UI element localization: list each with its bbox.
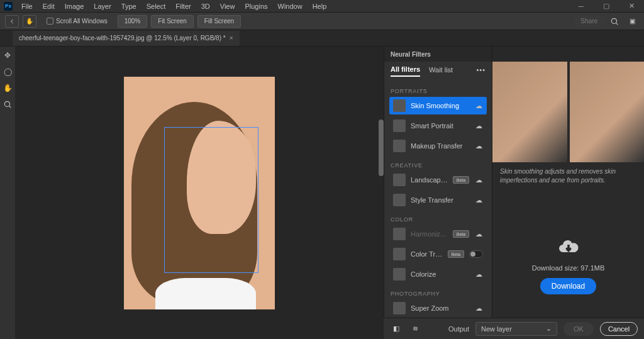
search-icon[interactable] <box>608 15 621 28</box>
filter-thumb-icon <box>393 174 406 186</box>
menu-type[interactable]: Type <box>116 0 142 13</box>
maximize-button[interactable]: ▢ <box>594 0 619 13</box>
document-canvas[interactable] <box>124 77 275 309</box>
filter-label: Super Zoom <box>411 304 469 312</box>
menu-bar: Ps File Edit Image Layer Type Select Fil… <box>0 0 644 13</box>
cloud-download-icon[interactable]: ☁ <box>474 142 483 150</box>
download-button[interactable]: Download <box>540 278 596 294</box>
filter-preview-panel: Skin smoothing adjusts and removes skin … <box>492 47 644 339</box>
neural-filters-footer: ◧ ≋ Output New layer ⌄ OK Cancel <box>384 318 644 339</box>
filter-tabs: All filters Wait list ••• <box>384 62 492 81</box>
menu-3d[interactable]: 3D <box>196 0 215 13</box>
filter-colorize[interactable]: Colorize ☁ <box>389 265 487 283</box>
preview-header-spacer <box>492 47 644 62</box>
zoom-level-button[interactable]: 100% <box>118 15 148 28</box>
filter-label: Landscape Mi... <box>411 176 448 184</box>
ok-button[interactable]: OK <box>564 322 594 336</box>
menu-view[interactable]: View <box>215 0 240 13</box>
document-tab-bar: cheerful-teenager-boy-face-with-1957429.… <box>0 30 644 47</box>
menu-image[interactable]: Image <box>60 0 89 13</box>
neural-filters-header: Neural Filters <box>384 47 492 62</box>
menu-file[interactable]: File <box>16 0 38 13</box>
filter-landscape-mixer[interactable]: Landscape Mi... Beta ☁ <box>389 171 487 189</box>
preview-before-image <box>492 62 567 162</box>
filter-thumb-icon <box>393 99 406 112</box>
filter-style-transfer[interactable]: Style Transfer ☁ <box>389 191 487 209</box>
tab-all-filters[interactable]: All filters <box>391 65 420 77</box>
cloud-download-icon[interactable]: ☁ <box>474 230 483 238</box>
close-tab-icon[interactable]: × <box>230 35 233 42</box>
output-value: New layer <box>481 325 512 333</box>
filter-harmonization[interactable]: Harmonization Beta ☁ <box>389 225 487 243</box>
share-button[interactable]: Share <box>574 16 604 27</box>
document-tab[interactable]: cheerful-teenager-boy-face-with-1957429.… <box>13 31 240 46</box>
zoom-tool-icon[interactable] <box>1 98 14 111</box>
vertical-scrollbar[interactable] <box>379 119 384 176</box>
menu-select[interactable]: Select <box>142 0 171 13</box>
cancel-button[interactable]: Cancel <box>600 322 638 336</box>
canvas-area[interactable] <box>15 47 384 339</box>
document-title: cheerful-teenager-boy-face-with-1957429.… <box>19 35 226 42</box>
menu-edit[interactable]: Edit <box>38 0 60 13</box>
cloud-download-icon[interactable]: ☁ <box>474 175 483 184</box>
cloud-download-icon[interactable]: ☁ <box>474 304 483 313</box>
filter-thumb-icon <box>393 194 406 206</box>
filter-makeup-transfer[interactable]: Makeup Transfer ☁ <box>389 137 487 155</box>
cloud-download-icon <box>557 235 580 258</box>
neural-filters-panel: Neural Filters All filters Wait list •••… <box>384 47 492 339</box>
svg-line-3 <box>9 106 11 108</box>
filter-skin-smoothing[interactable]: Skin Smoothing ☁ <box>389 97 487 114</box>
close-button[interactable]: ✕ <box>619 0 644 13</box>
download-size-label: Download size: 97.1MB <box>532 264 605 272</box>
beta-badge: Beta <box>453 230 469 238</box>
fill-screen-button[interactable]: Fill Screen <box>197 15 241 28</box>
download-section: Download size: 97.1MB Download <box>492 190 644 339</box>
beta-badge: Beta <box>453 176 469 184</box>
filter-thumb-icon <box>393 119 406 132</box>
home-button[interactable] <box>5 15 19 28</box>
filter-thumb-icon <box>393 228 406 240</box>
fit-screen-button[interactable]: Fit Screen <box>151 15 194 28</box>
tab-wait-list[interactable]: Wait list <box>429 66 453 76</box>
svg-point-0 <box>611 18 616 23</box>
layers-icon[interactable]: ≋ <box>409 323 421 335</box>
filter-label: Harmonization <box>411 230 448 238</box>
filter-label: Color Transfer <box>411 250 443 258</box>
hand-tool-icon[interactable]: ✋ <box>1 82 14 94</box>
filter-toggle[interactable] <box>469 250 483 258</box>
menu-plugins[interactable]: Plugins <box>240 0 272 13</box>
app-logo: Ps <box>4 2 13 11</box>
group-photography: PHOTOGRAPHY <box>389 286 487 299</box>
cloud-download-icon[interactable]: ☁ <box>474 101 483 110</box>
cloud-download-icon[interactable]: ☁ <box>474 121 483 130</box>
chevron-down-icon: ⌄ <box>546 325 552 333</box>
filter-label: Style Transfer <box>411 196 469 204</box>
filter-super-zoom[interactable]: Super Zoom ☁ <box>389 299 487 317</box>
output-select[interactable]: New layer ⌄ <box>475 322 557 336</box>
cloud-download-icon[interactable]: ☁ <box>474 270 483 279</box>
filter-label: Colorize <box>411 270 469 278</box>
cloud-download-icon[interactable]: ☁ <box>474 196 483 204</box>
more-icon[interactable]: ••• <box>476 66 486 76</box>
filter-color-transfer[interactable]: Color Transfer Beta <box>389 245 487 263</box>
workspace-icon[interactable]: ▣ <box>625 15 639 28</box>
hand-tool-icon[interactable]: ✋ <box>23 15 36 28</box>
checkbox-icon[interactable] <box>47 18 53 25</box>
scroll-all-windows-checkbox[interactable]: Scroll All Windows <box>40 15 114 28</box>
filter-thumb-icon <box>393 248 406 260</box>
filter-label: Smart Portrait <box>411 122 469 130</box>
before-after-icon[interactable]: ◧ <box>390 323 402 335</box>
marquee-tool-icon[interactable]: ◯ <box>1 65 14 78</box>
menu-window[interactable]: Window <box>273 0 308 13</box>
face-detection-box <box>164 127 258 273</box>
preview-after-image <box>570 62 645 162</box>
menu-layer[interactable]: Layer <box>89 0 116 13</box>
group-creative: CREATIVE <box>389 157 487 171</box>
menu-help[interactable]: Help <box>308 0 332 13</box>
minimize-button[interactable]: ─ <box>569 0 594 13</box>
menu-filter[interactable]: Filter <box>170 0 196 13</box>
output-label: Output <box>448 325 469 333</box>
filter-smart-portrait[interactable]: Smart Portrait ☁ <box>389 117 487 135</box>
filters-list: PORTRAITS Skin Smoothing ☁ Smart Portrai… <box>384 81 492 339</box>
move-tool-icon[interactable]: ✥ <box>1 49 14 62</box>
